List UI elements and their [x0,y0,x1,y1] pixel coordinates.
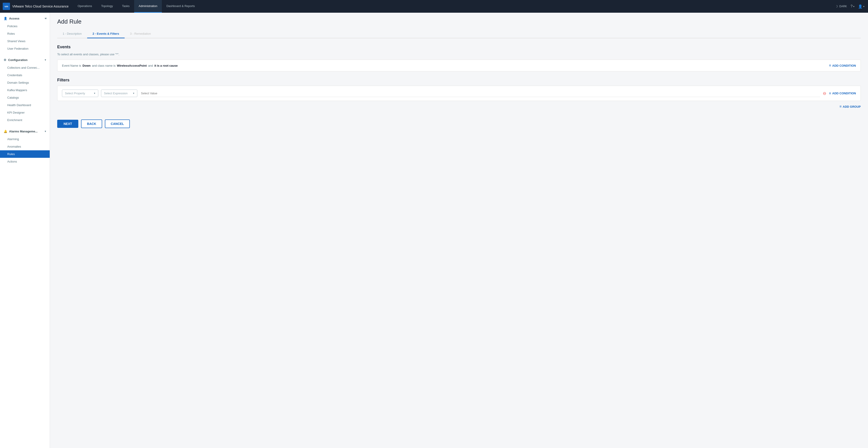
next-button[interactable]: NEXT [57,120,78,128]
filters-section: Filters Select Property ▾ Select Express… [57,78,861,109]
sidebar-item-domain-settings[interactable]: Domain Settings [0,79,50,87]
filter-container: Select Property ▾ Select Expression ▾ ⊖ [57,86,861,101]
access-icon: 👤 [4,17,7,20]
sidebar-item-health-dashboard[interactable]: Health Dashboard [0,101,50,109]
nav-item-tasks[interactable]: Tasks [118,0,134,13]
user-menu-button[interactable]: 👤 ▾ [858,4,864,9]
user-icon: 👤 [858,4,863,9]
help-chevron-icon: ▾ [853,5,855,8]
brand-area: vm VMware Telco Cloud Service Assurance [3,3,68,10]
brand-logo: vm [3,3,10,10]
sidebar: « 👤 Access ▾ Policies Roles Shared Views… [0,13,50,448]
nav-item-administration[interactable]: Administration [134,0,162,13]
bottom-actions: NEXT BACK CANCEL [57,116,861,128]
sidebar-item-policies[interactable]: Policies [0,23,50,30]
nav-items: Operations Topology Tasks Administration… [73,0,835,13]
configuration-icon: ⚙ [4,58,6,62]
back-button[interactable]: BACK [81,119,102,128]
sidebar-item-roles[interactable]: Roles [0,30,50,37]
sidebar-item-shared-views[interactable]: Shared Views [0,37,50,45]
main-content: Add Rule 1 - Description 2 - Events & Fi… [50,13,868,448]
alarms-chevron-icon: ▾ [45,130,46,133]
moon-icon: ☽ [835,4,838,8]
condition-part2: and class name is [92,64,116,67]
add-condition-icon: ≡ [829,64,831,68]
sidebar-group-alarms[interactable]: 🔔 Alarms Manageme... ▾ [0,128,50,135]
select-expression-dropdown[interactable]: Select Expression ▾ [101,90,137,97]
page-title: Add Rule [57,18,861,25]
condition-value1: Down [83,64,91,67]
sidebar-item-alarming[interactable]: Alarming [0,135,50,143]
remove-filter-button[interactable]: ⊖ [823,91,826,96]
select-property-label: Select Property [65,92,85,95]
nav-right-controls: ☽ DARK ? ▾ 👤 ▾ [835,4,864,9]
access-label: Access [9,17,20,20]
dark-label: DARK [839,5,847,8]
sidebar-item-rules[interactable]: Rules [0,150,50,158]
select-property-dropdown[interactable]: Select Property ▾ [62,90,98,97]
sidebar-section-configuration: ⚙ Configuration ▾ Collectors and Connec.… [0,54,50,126]
brand-name: VMware Telco Cloud Service Assurance [12,4,68,8]
filter-row: Select Property ▾ Select Expression ▾ ⊖ [62,90,856,97]
select-value-input[interactable] [140,90,820,97]
filters-section-title: Filters [57,78,861,82]
tab-description[interactable]: 1 - Description [57,30,87,38]
sidebar-section-alarms: 🔔 Alarms Manageme... ▾ Alarming Anomalie… [0,126,50,167]
condition-value2: WirelessAccessPoint [117,64,147,67]
add-filter-condition-icon: ≡ [829,91,831,96]
remove-icon: ⊖ [823,91,826,96]
sidebar-item-collectors[interactable]: Collectors and Connec... [0,64,50,71]
add-filter-condition-label: ADD CONDITION [832,92,856,95]
condition-value3: it is a root cause [154,64,178,67]
add-group-label: ADD GROUP [843,105,861,108]
nav-item-topology[interactable]: Topology [97,0,118,13]
nav-item-dashboard-reports[interactable]: Dashboard & Reports [162,0,199,13]
sidebar-section-access: 👤 Access ▾ Policies Roles Shared Views U… [0,13,50,54]
sidebar-item-anomalies[interactable]: Anomalies [0,143,50,150]
wizard-tabs: 1 - Description 2 - Events & Filters 3 -… [57,30,861,38]
sidebar-group-configuration[interactable]: ⚙ Configuration ▾ [0,56,50,64]
configuration-chevron-icon: ▾ [45,59,46,62]
events-section: Events To select all events and classes,… [57,45,861,71]
event-condition-box: Event Name is Down and class name is Wir… [57,60,861,71]
sidebar-item-kpi-designer[interactable]: KPI Designer [0,109,50,116]
sidebar-item-user-federation[interactable]: User Federation [0,45,50,53]
tab-remediation[interactable]: 3 - Remediation [125,30,156,38]
top-navigation: vm VMware Telco Cloud Service Assurance … [0,0,868,13]
select-property-chevron-icon: ▾ [94,92,95,95]
sidebar-item-catalogs[interactable]: Catalogs [0,94,50,101]
user-chevron-icon: ▾ [863,5,864,8]
help-button[interactable]: ? ▾ [850,4,855,8]
condition-part1: Event Name is [62,64,81,67]
cancel-button[interactable]: CANCEL [105,119,130,128]
alarms-icon: 🔔 [4,130,7,133]
dark-mode-toggle[interactable]: ☽ DARK [835,4,847,8]
help-icon: ? [850,4,852,8]
select-expression-label: Select Expression [104,92,128,95]
sidebar-item-credentials[interactable]: Credentials [0,71,50,79]
sidebar-group-access[interactable]: 👤 Access ▾ [0,14,50,23]
sidebar-item-kafka-mappers[interactable]: Kafka Mappers [0,87,50,94]
condition-part3: and [148,64,153,67]
select-expression-chevron-icon: ▾ [133,92,134,95]
events-section-title: Events [57,45,861,49]
sidebar-item-enrichment[interactable]: Enrichment [0,116,50,124]
tab-events-filters[interactable]: 2 - Events & Filters [87,30,125,38]
add-event-condition-button[interactable]: ≡ ADD CONDITION [829,64,856,68]
app-layout: « 👤 Access ▾ Policies Roles Shared Views… [0,13,868,448]
configuration-label: Configuration [8,58,28,62]
alarms-label: Alarms Manageme... [9,130,38,133]
add-filter-condition-button[interactable]: ≡ ADD CONDITION [829,91,856,96]
events-hint-text: To select all events and classes, please… [57,53,861,56]
add-group-icon: ≡ [839,105,841,109]
add-group-button[interactable]: ≡ ADD GROUP [57,105,861,109]
sidebar-collapse-button[interactable]: « [45,16,47,20]
nav-item-operations[interactable]: Operations [73,0,97,13]
sidebar-item-actions[interactable]: Actions [0,158,50,165]
add-event-condition-label: ADD CONDITION [832,64,856,67]
